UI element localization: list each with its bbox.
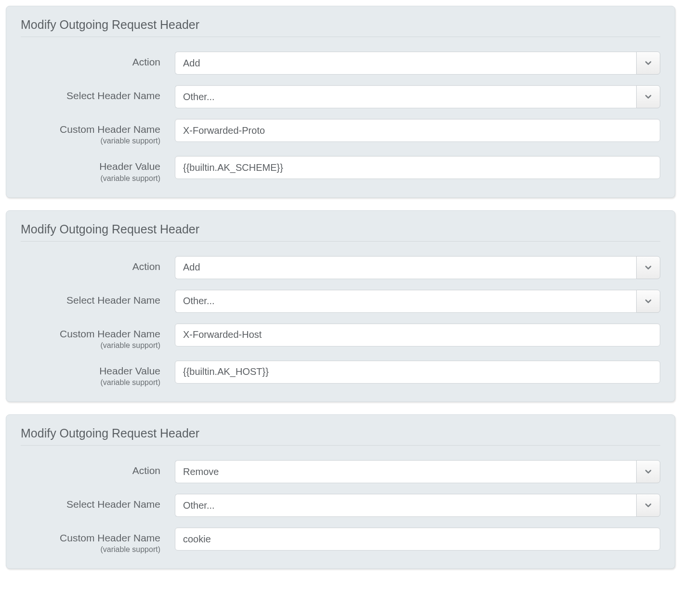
action-row: ActionRemove: [21, 460, 660, 483]
action-row: ActionAdd: [21, 51, 660, 75]
select-header-label: Select Header Name: [21, 290, 175, 307]
custom-header-name-input[interactable]: [175, 323, 660, 346]
action-label: Action: [21, 51, 175, 68]
custom-header-row: Custom Header Name(variable support): [21, 119, 660, 145]
panel-title: Modify Outgoing Request Header: [21, 18, 660, 37]
panel-title: Modify Outgoing Request Header: [21, 222, 660, 242]
action-row: ActionAdd: [21, 256, 660, 279]
custom-header-row: Custom Header Name(variable support): [21, 527, 660, 554]
select-header-row: Select Header NameOther...: [21, 290, 660, 313]
header-name-select[interactable]: Other...: [175, 494, 660, 517]
action-select[interactable]: Remove: [175, 460, 660, 483]
header-value-input[interactable]: [175, 156, 660, 179]
header-name-select[interactable]: Other...: [175, 85, 660, 108]
header-value-label: Header Value(variable support): [21, 156, 175, 182]
select-header-row: Select Header NameOther...: [21, 494, 660, 517]
panel-title: Modify Outgoing Request Header: [21, 426, 660, 446]
select-header-row: Select Header NameOther...: [21, 85, 660, 108]
action-label: Action: [21, 460, 175, 477]
chevron-down-icon[interactable]: [636, 85, 660, 108]
custom-header-label: Custom Header Name(variable support): [21, 527, 175, 554]
header-value-row: Header Value(variable support): [21, 360, 660, 387]
header-value-row: Header Value(variable support): [21, 156, 660, 182]
action-select[interactable]: Add: [175, 256, 660, 279]
action-label: Action: [21, 256, 175, 273]
action-select[interactable]: Add: [175, 51, 660, 75]
chevron-down-icon[interactable]: [636, 290, 660, 313]
header-name-select[interactable]: Other...: [175, 290, 660, 313]
action-select-value[interactable]: Remove: [175, 460, 636, 483]
header-rule-panel: Modify Outgoing Request HeaderActionAddS…: [6, 6, 675, 198]
custom-header-name-input[interactable]: [175, 527, 660, 551]
header-value-input[interactable]: [175, 360, 660, 384]
custom-header-label: Custom Header Name(variable support): [21, 323, 175, 350]
header-rule-panel: Modify Outgoing Request HeaderActionRemo…: [6, 414, 675, 569]
header-rule-panel: Modify Outgoing Request HeaderActionAddS…: [6, 210, 675, 402]
custom-header-name-input[interactable]: [175, 119, 660, 142]
header-name-select-value[interactable]: Other...: [175, 85, 636, 108]
chevron-down-icon[interactable]: [636, 256, 660, 279]
custom-header-row: Custom Header Name(variable support): [21, 323, 660, 350]
header-name-select-value[interactable]: Other...: [175, 494, 636, 517]
chevron-down-icon[interactable]: [636, 460, 660, 483]
header-value-label: Header Value(variable support): [21, 360, 175, 387]
action-select-value[interactable]: Add: [175, 256, 636, 279]
select-header-label: Select Header Name: [21, 494, 175, 511]
chevron-down-icon[interactable]: [636, 494, 660, 517]
select-header-label: Select Header Name: [21, 85, 175, 102]
chevron-down-icon[interactable]: [636, 51, 660, 75]
header-name-select-value[interactable]: Other...: [175, 290, 636, 313]
custom-header-label: Custom Header Name(variable support): [21, 119, 175, 145]
action-select-value[interactable]: Add: [175, 51, 636, 75]
